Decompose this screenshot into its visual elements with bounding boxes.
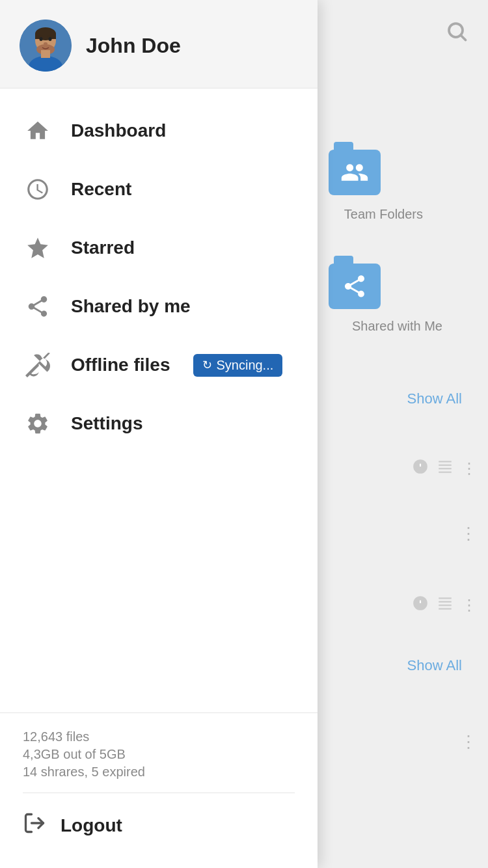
offline-icon xyxy=(23,350,53,380)
gear-icon xyxy=(23,409,53,439)
sidebar-item-recent[interactable]: Recent xyxy=(0,160,318,219)
more-options-button[interactable]: ⋮ xyxy=(460,532,478,535)
svg-rect-15 xyxy=(439,608,452,610)
list-detail-icon xyxy=(437,595,454,616)
svg-line-1 xyxy=(461,36,466,40)
svg-rect-13 xyxy=(439,601,452,603)
list-item: ⋮ xyxy=(312,716,488,768)
svg-point-25 xyxy=(44,42,47,45)
team-folders-label: Team Folders xyxy=(344,207,423,222)
sidebar-item-settings-label: Settings xyxy=(71,413,142,434)
sync-icon: ↻ xyxy=(202,358,212,372)
list-detail-icon xyxy=(437,458,454,479)
home-icon xyxy=(23,116,53,146)
sidebar-footer: 12,643 files 4,3GB out of 5GB 14 shrares… xyxy=(0,712,318,868)
logout-icon xyxy=(23,811,46,840)
svg-point-23 xyxy=(40,37,43,41)
user-name: John Doe xyxy=(86,34,181,58)
footer-divider xyxy=(23,793,295,793)
svg-rect-7 xyxy=(439,468,452,469)
list-item: ⋮ xyxy=(312,508,488,560)
sidebar-item-offline-files[interactable]: Offline files ↻ Syncing... xyxy=(0,336,318,394)
avatar[interactable] xyxy=(20,20,72,72)
sidebar-header: John Doe xyxy=(0,0,318,88)
clock-icon xyxy=(23,174,53,204)
svg-point-24 xyxy=(49,37,52,41)
team-folders-icon[interactable] xyxy=(329,150,381,195)
sidebar-item-starred[interactable]: Starred xyxy=(0,219,318,277)
list-item: ⋮ xyxy=(312,579,488,631)
files-count: 12,643 files xyxy=(23,729,295,744)
sidebar: John Doe Dashboard Recent xyxy=(0,0,318,868)
sidebar-item-shared-by-me[interactable]: Shared by me xyxy=(0,277,318,336)
star-icon xyxy=(23,233,53,263)
svg-rect-19 xyxy=(35,34,56,39)
logout-label: Logout xyxy=(61,815,122,836)
sync-badge-label: Syncing... xyxy=(216,358,273,373)
sidebar-item-dashboard-label: Dashboard xyxy=(71,120,166,141)
svg-rect-22 xyxy=(41,50,50,58)
sidebar-item-shared-by-me-label: Shared by me xyxy=(71,296,191,317)
svg-rect-12 xyxy=(439,597,452,599)
storage-usage: 4,3GB out of 5GB xyxy=(23,747,295,762)
sidebar-item-settings[interactable]: Settings xyxy=(0,394,318,453)
search-icon[interactable] xyxy=(445,20,468,48)
sync-badge: ↻ Syncing... xyxy=(193,354,282,377)
sidebar-item-dashboard[interactable]: Dashboard xyxy=(0,102,318,160)
logout-button[interactable]: Logout xyxy=(23,800,295,852)
list-icon xyxy=(412,595,429,616)
shared-with-me-icon[interactable] xyxy=(329,264,381,309)
more-options-button[interactable]: ⋮ xyxy=(460,740,478,743)
show-all-button-2[interactable]: Show All xyxy=(407,657,462,674)
sidebar-nav: Dashboard Recent Starred xyxy=(0,88,318,712)
share-icon xyxy=(23,292,53,321)
svg-rect-5 xyxy=(439,461,452,462)
storage-info: 12,643 files 4,3GB out of 5GB 14 shrares… xyxy=(23,729,295,780)
sidebar-item-starred-label: Starred xyxy=(71,237,135,258)
more-options-button[interactable]: ⋮ xyxy=(461,604,478,606)
svg-rect-6 xyxy=(439,465,452,466)
more-options-button[interactable]: ⋮ xyxy=(461,467,478,470)
list-icon xyxy=(412,458,429,479)
svg-rect-14 xyxy=(439,604,452,606)
list-item: ⋮ xyxy=(312,442,488,495)
shares-info: 14 shrares, 5 expired xyxy=(23,765,295,780)
shared-with-me-label: Shared with Me xyxy=(352,319,442,334)
svg-rect-8 xyxy=(439,472,452,473)
show-all-button-1[interactable]: Show All xyxy=(407,390,462,407)
sidebar-item-offline-files-label: Offline files xyxy=(71,355,170,375)
sidebar-item-recent-label: Recent xyxy=(71,179,131,200)
